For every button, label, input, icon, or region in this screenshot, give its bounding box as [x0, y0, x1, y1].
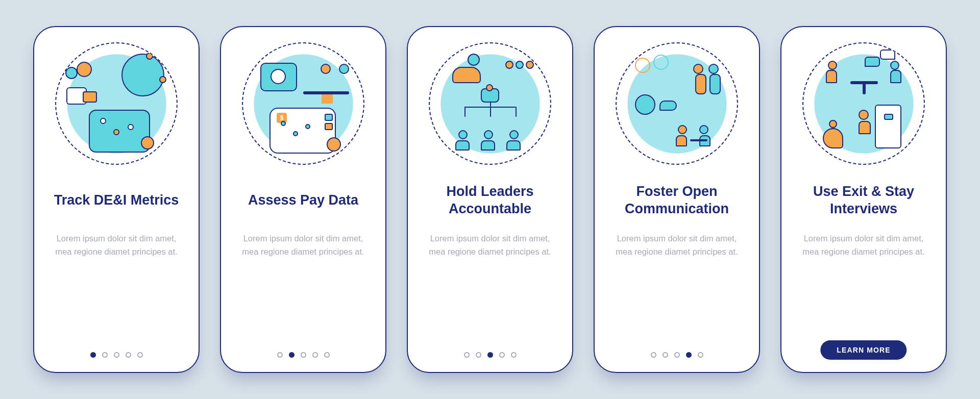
step-pager — [595, 352, 759, 358]
onboarding-card: $ Assess Pay Data Lorem ipsum dolor sit … — [220, 26, 386, 373]
step-dot[interactable] — [686, 352, 692, 358]
step-dot[interactable] — [90, 352, 96, 358]
card-title: Hold Leaders Accountable — [419, 182, 561, 219]
pay-data-icon: $ — [242, 42, 364, 165]
step-dot[interactable] — [487, 352, 493, 358]
step-dot[interactable] — [476, 352, 481, 358]
step-pager — [408, 352, 572, 358]
step-dot[interactable] — [651, 352, 656, 358]
step-dot[interactable] — [324, 352, 330, 358]
step-dot[interactable] — [663, 352, 668, 358]
step-dot[interactable] — [511, 352, 517, 358]
card-title: Foster Open Communication — [606, 182, 748, 219]
step-dot[interactable] — [464, 352, 470, 358]
card-body: Lorem ipsum dolor sit dim amet, mea regi… — [613, 232, 741, 258]
step-pager — [221, 352, 385, 358]
accountability-icon — [429, 42, 551, 165]
card-title: Assess Pay Data — [248, 182, 358, 219]
onboarding-row: Track DE&I Metrics Lorem ipsum dolor sit… — [31, 26, 949, 373]
step-pager — [34, 352, 199, 358]
onboarding-card: Track DE&I Metrics Lorem ipsum dolor sit… — [33, 26, 200, 373]
step-dot[interactable] — [289, 352, 295, 358]
card-title: Use Exit & Stay Interviews — [793, 182, 935, 219]
onboarding-card: Hold Leaders Accountable Lorem ipsum dol… — [407, 26, 573, 373]
learn-more-button[interactable]: LEARN MORE — [820, 340, 906, 360]
card-body: Lorem ipsum dolor sit dim amet, mea regi… — [239, 232, 367, 258]
card-body: Lorem ipsum dolor sit dim amet, mea regi… — [53, 232, 180, 258]
step-dot[interactable] — [137, 352, 143, 358]
card-body: Lorem ipsum dolor sit dim amet, mea regi… — [800, 232, 927, 258]
metrics-icon — [55, 42, 178, 165]
communication-icon — [616, 42, 738, 165]
step-dot[interactable] — [698, 352, 703, 358]
step-dot[interactable] — [102, 352, 108, 358]
card-title: Track DE&I Metrics — [54, 182, 179, 219]
step-dot[interactable] — [499, 352, 505, 358]
step-dot[interactable] — [114, 352, 119, 358]
step-dot[interactable] — [126, 352, 131, 358]
step-dot[interactable] — [312, 352, 318, 358]
step-dot[interactable] — [301, 352, 306, 358]
onboarding-card: Use Exit & Stay Interviews Lorem ipsum d… — [780, 26, 947, 373]
step-dot[interactable] — [277, 352, 283, 358]
step-dot[interactable] — [674, 352, 680, 358]
onboarding-card: Foster Open Communication Lorem ipsum do… — [594, 26, 760, 373]
card-body: Lorem ipsum dolor sit dim amet, mea regi… — [426, 232, 554, 258]
interviews-icon — [802, 42, 925, 165]
